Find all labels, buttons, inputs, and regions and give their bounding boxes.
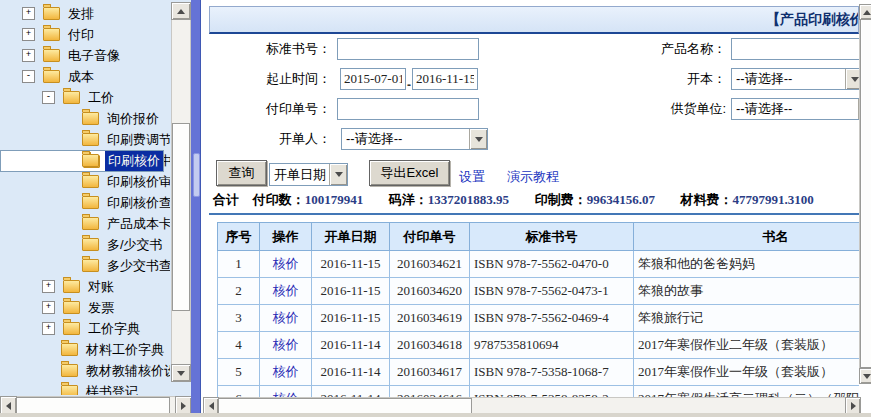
supplier-label: 供货单位: (621, 98, 726, 120)
folder-icon (61, 343, 78, 356)
totals-prefix: 合计 (213, 192, 239, 207)
expand-icon[interactable]: + (42, 322, 55, 335)
pricing-action-link[interactable]: 核价 (260, 278, 312, 305)
tree-item-print-fee-adjust[interactable]: 印刷费调节 (0, 129, 170, 150)
main-vscroll-thumb[interactable] (860, 18, 871, 368)
tree-item-label: 对账 (85, 277, 117, 297)
totals-print-fee-value: 99634156.07 (587, 192, 655, 207)
page-title-bar: 【产品印刷核价 (209, 6, 859, 34)
table-row: 2 核价 2016-11-15 2016034620 ISBN 978-7-55… (218, 278, 860, 305)
col-header-action: 操作 (260, 223, 312, 251)
tree-item-print-pricing-query[interactable]: 印刷核价查询 (0, 192, 170, 213)
tree-item-textbook-pricing-settings[interactable]: 教材教辅核价设置 (0, 360, 170, 381)
arrow-up-icon (177, 9, 185, 14)
expand-icon[interactable]: + (22, 49, 35, 62)
col-header-order-date: 开单日期 (312, 223, 390, 251)
panel-splitter[interactable] (191, 0, 200, 417)
cell-index: 3 (218, 305, 260, 332)
cell-book-name: 笨狼和他的爸爸妈妈 (634, 251, 860, 278)
cell-order-date: 2016-11-15 (312, 251, 390, 278)
sidebar-scroll-down-button[interactable] (171, 364, 191, 382)
cell-isbn: ISBN 978-7-5358-1068-7 (470, 359, 634, 386)
issuer-select[interactable]: --请选择-- (341, 128, 488, 150)
demo-tutorial-link[interactable]: 演示教程 (507, 168, 559, 186)
folder-icon (82, 112, 99, 125)
tree-item-more-less-delivery-query[interactable]: 多少交书查询 (0, 255, 170, 276)
supplier-select[interactable]: --请选择-- (731, 98, 871, 120)
folder-icon (82, 217, 99, 230)
expand-icon[interactable]: + (42, 280, 55, 293)
arrow-right-icon (851, 402, 856, 410)
col-header-isbn: 标准书号 (470, 223, 634, 251)
arrow-right-icon (181, 402, 186, 410)
tree-item-more-less-delivery[interactable]: 多/少交书 (0, 234, 170, 255)
cell-order-date: 2016-11-14 (312, 332, 390, 359)
tree-item-media[interactable]: +电子音像 (0, 45, 170, 66)
expand-icon[interactable]: + (22, 28, 35, 41)
nav-tree: +发排 +付印 +电子音像 -成本 -工价 询价报价 印刷费调节 印刷核价 印刷… (0, 3, 170, 395)
tree-item-label: 产品成本卡 (104, 214, 170, 234)
tree-item-reconciliation[interactable]: +对账 (0, 276, 170, 297)
expand-icon[interactable]: + (22, 7, 35, 20)
tree-item-gongjia[interactable]: -工价 (0, 87, 170, 108)
export-excel-button[interactable]: 导出Excel (369, 160, 450, 186)
tree-item-product-cost-card[interactable]: 产品成本卡 (0, 213, 170, 234)
sidebar: +发排 +付印 +电子音像 -成本 -工价 询价报价 印刷费调节 印刷核价 印刷… (0, 0, 191, 417)
sidebar-scroll-up-button[interactable] (171, 2, 191, 20)
main-scroll-up-button[interactable] (859, 4, 871, 20)
tree-item-cost[interactable]: -成本 (0, 66, 170, 87)
date-from-input[interactable] (340, 68, 406, 90)
pricing-action-link[interactable]: 核价 (260, 251, 312, 278)
tree-item-label: 发票 (85, 298, 117, 318)
dropdown-arrow-button[interactable] (469, 129, 487, 149)
splitter-grip-icon[interactable] (193, 153, 200, 197)
sidebar-hscroll-thumb[interactable] (16, 397, 170, 414)
tree-item-print-pricing-review[interactable]: 印刷核价审核 (0, 171, 170, 192)
arrow-left-icon (209, 402, 214, 410)
main-hscroll-thumb[interactable] (218, 398, 472, 414)
cell-index: 2 (218, 278, 260, 305)
tree-item-inquiry-quote[interactable]: 询价报价 (0, 108, 170, 129)
query-button[interactable]: 查询 (216, 160, 267, 186)
folder-icon (43, 70, 60, 83)
tree-item-sample-book-register[interactable]: 样书登记 (0, 381, 170, 395)
col-header-print-order: 付印单号 (390, 223, 470, 251)
chevron-down-icon (851, 77, 859, 82)
pricing-action-link[interactable]: 核价 (260, 359, 312, 386)
isbn-input[interactable] (337, 38, 479, 60)
product-name-label: 产品名称： (621, 38, 726, 60)
main-scroll-down-button[interactable] (859, 368, 871, 384)
settings-link[interactable]: 设置 (459, 168, 485, 186)
totals-list-price-label: 码洋： (389, 192, 428, 207)
date-to-input[interactable] (412, 68, 478, 90)
tree-item-invoice[interactable]: +发票 (0, 297, 170, 318)
cell-order-date: 2016-11-14 (312, 359, 390, 386)
print-order-input[interactable] (337, 98, 479, 120)
print-order-label: 付印单号： (201, 98, 331, 120)
expand-icon[interactable]: + (42, 301, 55, 314)
tree-item-label: 工价 (85, 88, 117, 108)
arrow-left-icon (6, 402, 11, 410)
cell-isbn: ISBN 978-7-5562-0470-0 (470, 251, 634, 278)
date-separator: - (407, 78, 411, 92)
cell-print-order: 2016034620 (390, 278, 470, 305)
collapse-icon[interactable]: - (22, 70, 35, 83)
sidebar-vscroll-thumb[interactable] (172, 123, 190, 311)
format-select[interactable]: --请选择-- (731, 68, 864, 90)
tree-item-price-dictionary[interactable]: +工价字典 (0, 318, 170, 339)
tree-item-label: 教材教辅核价设置 (83, 361, 170, 381)
pricing-action-link[interactable]: 核价 (260, 332, 312, 359)
sort-field-select[interactable]: 开单日期 (269, 163, 348, 186)
tree-item-fapai[interactable]: +发排 (0, 3, 170, 24)
tree-item-label: 成本 (65, 67, 97, 87)
table-row: 3 核价 2016-11-15 2016034619 ISBN 978-7-55… (218, 305, 860, 332)
product-name-input[interactable] (731, 38, 871, 60)
cell-book-name: 2017年寒假作业二年级（套装版） (634, 332, 860, 359)
tree-item-fuyin[interactable]: +付印 (0, 24, 170, 45)
pricing-action-link[interactable]: 核价 (260, 305, 312, 332)
totals-list-price-value: 1337201883.95 (428, 192, 509, 207)
tree-item-material-price-dictionary[interactable]: 材料工价字典 (0, 339, 170, 360)
collapse-icon[interactable]: - (42, 91, 55, 104)
cell-isbn: ISBN 978-7-5562-0473-1 (470, 278, 634, 305)
dropdown-arrow-button[interactable] (329, 164, 347, 185)
